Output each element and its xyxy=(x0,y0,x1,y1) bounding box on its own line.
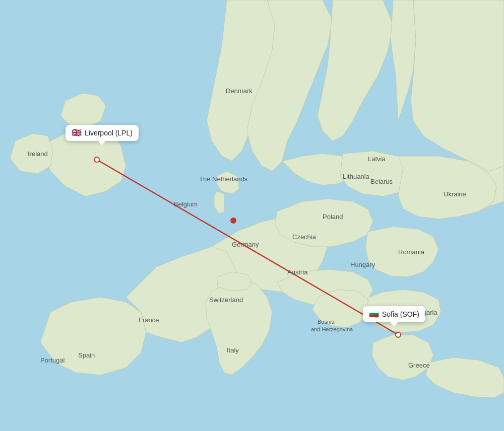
sofia-label: Sofia (SOF) xyxy=(382,310,419,318)
label-france: France xyxy=(139,316,159,324)
label-greece: Greece xyxy=(408,362,430,369)
label-poland: Poland xyxy=(323,213,343,221)
label-spain: Spain xyxy=(78,351,95,359)
liverpool-tooltip: 🇬🇧 Liverpool (LPL) xyxy=(66,125,139,141)
label-and-herzegovina: and Herzegovina xyxy=(311,326,353,332)
label-ireland: Ireland xyxy=(28,150,48,158)
label-belgium: Belgium xyxy=(174,200,198,208)
label-italy: Italy xyxy=(227,346,239,354)
label-bosnia: Bosnia xyxy=(318,319,335,325)
map-container: Ireland France Belgium The Netherlands G… xyxy=(0,0,504,431)
label-denmark: Denmark xyxy=(226,87,253,95)
label-portugal: Portugal xyxy=(40,356,65,364)
map-svg: Ireland France Belgium The Netherlands G… xyxy=(0,0,504,431)
label-romania: Romania xyxy=(398,248,425,256)
label-latvia: Latvia xyxy=(368,155,386,163)
label-hungary: Hungary xyxy=(350,261,375,268)
label-austria: Austria xyxy=(287,268,308,276)
sofia-flag: 🇧🇬 xyxy=(369,310,379,318)
sofia-tooltip: 🇧🇬 Sofia (SOF) xyxy=(363,306,425,322)
label-switzerland: Switzerland xyxy=(209,296,243,304)
label-lithuania: Lithuania xyxy=(343,173,370,180)
liverpool-dot xyxy=(94,157,100,163)
label-czechia: Czechia xyxy=(292,233,317,241)
liverpool-label: Liverpool (LPL) xyxy=(85,129,133,137)
label-ukraine: Ukraine xyxy=(444,190,466,198)
liverpool-flag: 🇬🇧 xyxy=(72,129,82,137)
svg-point-2 xyxy=(230,218,236,224)
label-netherlands: The Netherlands xyxy=(199,175,248,183)
label-belarus: Belarus xyxy=(370,178,393,185)
label-germany: Germany xyxy=(232,241,259,248)
sofia-dot xyxy=(395,332,401,338)
